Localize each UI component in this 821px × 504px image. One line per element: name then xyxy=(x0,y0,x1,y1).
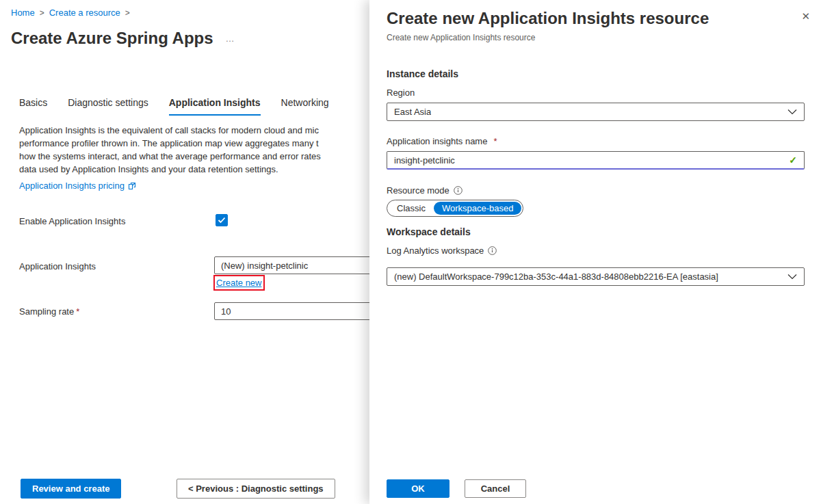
info-icon[interactable] xyxy=(454,186,462,195)
pricing-link-label: Application Insights pricing xyxy=(19,181,125,191)
log-analytics-workspace-dropdown[interactable]: (new) DefaultWorkspace-799c12ba-353c-44a… xyxy=(387,267,805,286)
panel-title: Create new Application Insights resource xyxy=(387,9,709,28)
resource-mode-option-workspace-based[interactable]: Workspace-based xyxy=(434,202,522,215)
enable-application-insights-label: Enable Application Insights xyxy=(19,216,125,226)
description-line: performance profiler thrown in. The appl… xyxy=(19,137,321,150)
region-dropdown[interactable]: East Asia xyxy=(387,103,805,121)
chevron-down-icon xyxy=(787,107,797,117)
region-dropdown-value: East Asia xyxy=(394,107,431,117)
required-asterisk: * xyxy=(493,136,497,146)
application-insights-dropdown[interactable]: (New) insight-petclinic xyxy=(214,256,387,274)
breadcrumb: Home > Create a resource > xyxy=(11,8,135,18)
tab-basics[interactable]: Basics xyxy=(19,97,47,116)
breadcrumb-home[interactable]: Home xyxy=(11,8,35,18)
region-label: Region xyxy=(387,88,415,98)
sampling-rate-label: Sampling rate* xyxy=(19,306,79,317)
azure-portal-screen: Home > Create a resource > Create Azure … xyxy=(0,0,821,504)
previous-diagnostic-settings-button[interactable]: < Previous : Diagnostic settings xyxy=(177,479,335,499)
app-insights-name-input[interactable] xyxy=(394,155,783,165)
create-new-link[interactable]: Create new xyxy=(216,278,261,288)
breadcrumb-separator: > xyxy=(40,8,44,18)
log-analytics-workspace-label: Log Analytics workspace xyxy=(387,246,497,256)
resource-mode-label-text: Resource mode xyxy=(387,185,449,196)
external-link-icon xyxy=(128,182,136,190)
cancel-button[interactable]: Cancel xyxy=(465,479,526,498)
application-insights-dropdown-value: (New) insight-petclinic xyxy=(221,261,308,271)
page-title: Create Azure Spring Apps … xyxy=(11,29,236,48)
application-insights-pricing-link[interactable]: Application Insights pricing xyxy=(19,181,136,191)
app-insights-name-label: Application insights name* xyxy=(387,136,497,146)
instance-details-header: Instance details xyxy=(387,68,458,79)
tab-application-insights[interactable]: Application Insights xyxy=(169,97,261,116)
enable-application-insights-checkbox[interactable] xyxy=(216,214,228,226)
create-new-link-highlight: Create new xyxy=(213,275,265,291)
panel-subtitle: Create new Application Insights resource xyxy=(387,33,535,42)
breadcrumb-create-a-resource[interactable]: Create a resource xyxy=(49,8,120,18)
info-icon[interactable] xyxy=(488,246,497,255)
review-and-create-button[interactable]: Review and create xyxy=(21,479,121,499)
description-line: data used by Application Insights and yo… xyxy=(19,163,321,176)
log-analytics-workspace-label-text: Log Analytics workspace xyxy=(387,246,484,256)
tab-diagnostic-settings[interactable]: Diagnostic settings xyxy=(68,97,148,116)
page-title-text: Create Azure Spring Apps xyxy=(11,29,213,48)
tab-networking[interactable]: Networking xyxy=(281,97,329,116)
resource-mode-option-classic[interactable]: Classic xyxy=(389,202,434,215)
resource-mode-toggle: Classic Workspace-based xyxy=(387,200,523,217)
title-ellipsis: … xyxy=(226,34,236,44)
breadcrumb-separator: > xyxy=(125,8,130,18)
app-insights-name-field: ✓ xyxy=(387,151,805,170)
sampling-rate-label-text: Sampling rate xyxy=(19,306,74,317)
create-app-insights-panel: Create new Application Insights resource… xyxy=(369,0,821,504)
chevron-down-icon xyxy=(787,271,797,282)
valid-check-icon: ✓ xyxy=(789,155,797,165)
checkbox-check-icon xyxy=(218,217,226,224)
workspace-details-header: Workspace details xyxy=(387,226,471,237)
description-line: Application Insights is the equivalent o… xyxy=(19,124,321,137)
application-insights-label: Application Insights xyxy=(19,261,96,271)
close-icon[interactable]: ✕ xyxy=(801,11,810,21)
app-insights-name-label-text: Application insights name xyxy=(387,136,487,146)
log-analytics-workspace-dropdown-value: (new) DefaultWorkspace-799c12ba-353c-44a… xyxy=(394,271,718,282)
sampling-rate-input[interactable] xyxy=(214,302,387,320)
required-asterisk: * xyxy=(76,306,79,317)
description-text: Application Insights is the equivalent o… xyxy=(19,124,321,176)
tab-bar: Basics Diagnostic settings Application I… xyxy=(19,97,329,116)
panel-footer: OK Cancel xyxy=(387,479,526,498)
resource-mode-label: Resource mode xyxy=(387,185,462,196)
description-line: how the systems interact, and what the a… xyxy=(19,150,321,163)
ok-button[interactable]: OK xyxy=(387,479,449,498)
